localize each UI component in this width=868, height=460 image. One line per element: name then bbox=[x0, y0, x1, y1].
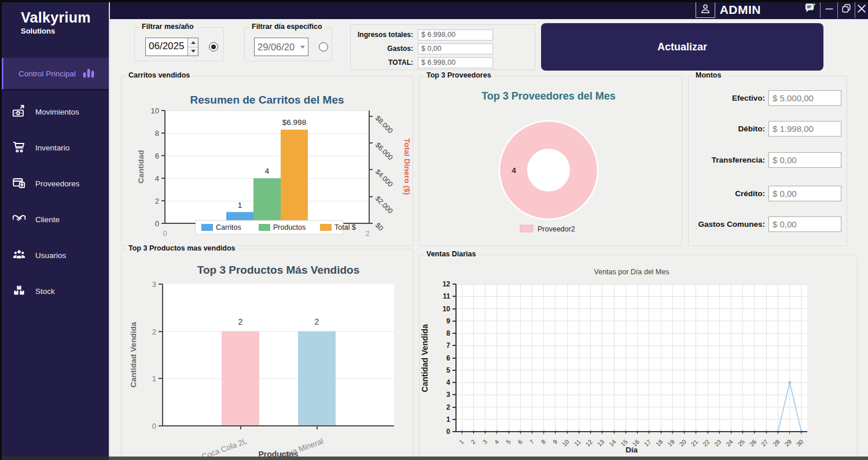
svg-text:5: 5 bbox=[505, 438, 512, 446]
svg-text:6: 6 bbox=[516, 438, 524, 446]
svg-text:$6.998: $6.998 bbox=[282, 118, 306, 127]
svg-text:1: 1 bbox=[446, 415, 450, 424]
svg-text:2: 2 bbox=[365, 229, 369, 238]
down-arrow-icon bbox=[191, 50, 196, 53]
svg-text:Total $: Total $ bbox=[334, 223, 356, 231]
montos-groupbox: Montos Efectivo: $ 5.000,00 Débito: $ 1.… bbox=[688, 76, 847, 246]
ventas-line-chart: Ventas por Día del Mes012345678910111212… bbox=[420, 257, 857, 457]
svg-text:Productos: Productos bbox=[258, 450, 298, 457]
svg-text:2: 2 bbox=[469, 438, 477, 446]
month-year-input[interactable]: 06/2025 bbox=[145, 38, 198, 56]
sidebar-item-control-principal[interactable]: Control Principal bbox=[0, 58, 109, 90]
window-bottom-bar bbox=[0, 457, 868, 460]
svg-text:Ventas por Día del Mes: Ventas por Día del Mes bbox=[594, 268, 670, 276]
sidebar-item-stock[interactable]: Stock bbox=[0, 273, 109, 309]
spinner-down-button[interactable] bbox=[188, 47, 198, 56]
svg-text:25: 25 bbox=[736, 438, 746, 448]
ingresos-field[interactable]: $ 6.998,00 bbox=[418, 30, 493, 41]
up-arrow-icon bbox=[191, 41, 196, 44]
svg-text:22: 22 bbox=[701, 438, 711, 448]
svg-text:Cantidad: Cantidad bbox=[137, 150, 145, 183]
proveedores-groupbox: Top 3 Proveedores Top 3 Proveedores del … bbox=[419, 76, 682, 246]
efectivo-label: Efectivo: bbox=[689, 94, 765, 102]
filter-month-title: Filtrar mes/año bbox=[139, 23, 196, 31]
logged-user-label: ADMIN bbox=[720, 3, 761, 17]
svg-text:2: 2 bbox=[315, 317, 319, 326]
filter-day-groupbox: Filtrar día específico 29/06/20 bbox=[244, 27, 332, 61]
close-button[interactable] bbox=[855, 1, 868, 18]
credito-field[interactable]: $ 0,00 bbox=[768, 186, 841, 201]
sidebar-item-movimientos[interactable]: Movimientos bbox=[0, 94, 109, 130]
sidebar-item-label: Control Principal bbox=[19, 69, 76, 78]
handshake-icon bbox=[12, 211, 27, 228]
svg-text:Resumen de Carritos del Mes: Resumen de Carritos del Mes bbox=[190, 94, 344, 106]
gastos-comunes-field[interactable]: $ 0,00 bbox=[768, 216, 841, 232]
svg-text:7: 7 bbox=[446, 341, 450, 349]
svg-text:10: 10 bbox=[151, 106, 159, 115]
window-top-border bbox=[0, 0, 868, 2]
svg-text:$6.000: $6.000 bbox=[374, 141, 395, 161]
refresh-button[interactable]: Actualizar bbox=[541, 23, 823, 71]
svg-text:0: 0 bbox=[163, 229, 167, 238]
minimize-icon bbox=[824, 3, 834, 16]
user-icon bbox=[700, 3, 711, 17]
svg-text:3: 3 bbox=[152, 280, 156, 289]
sidebar-item-label: Proveedores bbox=[35, 179, 80, 188]
spinner-up-button[interactable] bbox=[188, 38, 198, 47]
minimize-button[interactable] bbox=[820, 1, 837, 18]
svg-text:Proveedor2: Proveedor2 bbox=[538, 225, 575, 233]
svg-text:$2.000: $2.000 bbox=[374, 194, 395, 215]
window-left-border bbox=[0, 0, 2, 460]
chevron-down-icon bbox=[300, 46, 305, 49]
filter-month-radio[interactable] bbox=[209, 42, 218, 51]
svg-text:27: 27 bbox=[760, 438, 770, 448]
transferencia-field[interactable]: $ 0,00 bbox=[768, 152, 841, 168]
sidebar-item-label: Usuarios bbox=[35, 251, 66, 260]
totals-row: Gastos: $ 0,00 bbox=[351, 42, 535, 56]
svg-text:23: 23 bbox=[713, 438, 723, 448]
totals-row: Ingresos totales: $ 6.998,00 bbox=[351, 28, 535, 42]
close-icon bbox=[856, 3, 867, 17]
svg-text:26: 26 bbox=[748, 438, 758, 448]
svg-text:28: 28 bbox=[771, 438, 781, 448]
montos-groupbox-title: Montos bbox=[693, 71, 723, 79]
sidebar-item-inventario[interactable]: Inventario bbox=[0, 130, 109, 165]
filter-month-groupbox: Filtrar mes/año 06/2025 bbox=[134, 27, 224, 61]
debito-field[interactable]: $ 1.998,00 bbox=[768, 121, 841, 137]
debito-label: Débito: bbox=[689, 124, 765, 133]
money-movement-icon bbox=[12, 104, 27, 120]
credito-label: Crédito: bbox=[689, 189, 765, 198]
sidebar-item-usuarios[interactable]: Usuarios bbox=[0, 237, 109, 273]
notifications-button[interactable] bbox=[800, 1, 820, 18]
sidebar-item-proveedores[interactable]: Proveedores bbox=[0, 165, 109, 201]
svg-text:2: 2 bbox=[446, 403, 450, 411]
titlebar-spacer bbox=[767, 9, 800, 10]
sidebar-item-label: Stock bbox=[35, 287, 55, 296]
svg-text:8: 8 bbox=[540, 438, 547, 446]
monto-row: Efectivo: $ 5.000,00 bbox=[689, 90, 847, 106]
svg-text:14: 14 bbox=[608, 438, 617, 448]
svg-text:3: 3 bbox=[481, 438, 488, 446]
logo-title: Valkyrium bbox=[21, 9, 109, 26]
sidebar-item-cliente[interactable]: Cliente bbox=[0, 201, 109, 237]
filter-day-radio[interactable] bbox=[319, 42, 328, 51]
svg-text:$4.000: $4.000 bbox=[374, 168, 395, 189]
restore-icon bbox=[841, 3, 852, 16]
efectivo-field[interactable]: $ 5.000,00 bbox=[768, 90, 841, 106]
total-field[interactable]: $ 6.998,00 bbox=[418, 57, 493, 68]
svg-text:8: 8 bbox=[155, 129, 159, 138]
gastos-field[interactable]: $ 0,00 bbox=[418, 43, 493, 54]
sidebar-item-label: Cliente bbox=[35, 215, 60, 224]
svg-text:Carritos: Carritos bbox=[216, 223, 241, 231]
svg-text:29: 29 bbox=[783, 438, 793, 448]
restore-button[interactable] bbox=[837, 1, 855, 18]
titlebar: ADMIN bbox=[109, 0, 868, 19]
day-date-value: 29/06/20 bbox=[255, 42, 300, 53]
svg-text:Cantidad Vendida: Cantidad Vendida bbox=[420, 324, 429, 392]
svg-text:6: 6 bbox=[446, 354, 450, 362]
totals-panel: Ingresos totales: $ 6.998,00 Gastos: $ 0… bbox=[350, 24, 535, 70]
svg-text:0: 0 bbox=[446, 428, 450, 436]
svg-text:Top 3 Proveedores del Mes: Top 3 Proveedores del Mes bbox=[481, 90, 616, 102]
svg-text:10: 10 bbox=[443, 305, 451, 313]
day-date-picker[interactable]: 29/06/20 bbox=[254, 38, 308, 56]
